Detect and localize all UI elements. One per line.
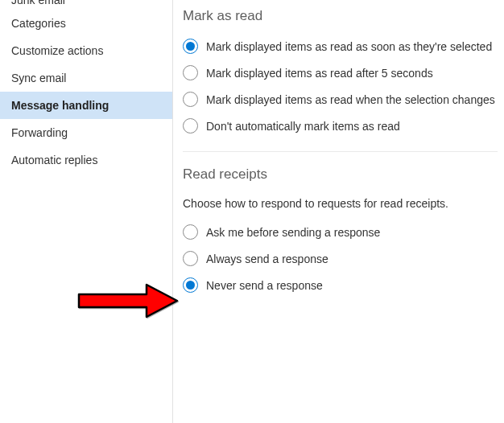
radio-label: Mark displayed items as read after 5 sec… (206, 67, 433, 80)
radio-icon (183, 92, 198, 107)
settings-layout: Junk email Categories Customize actions … (0, 0, 504, 423)
sidebar-item-label: Junk email (11, 0, 65, 6)
section-divider (183, 151, 498, 152)
sidebar-item-categories[interactable]: Categories (0, 10, 172, 37)
sidebar-item-label: Forwarding (11, 126, 68, 139)
radio-label: Don't automatically mark items as read (206, 120, 400, 133)
mark-as-read-group: Mark displayed items as read as soon as … (183, 39, 498, 133)
sidebar-item-message-handling[interactable]: Message handling (0, 92, 172, 119)
sidebar-item-label: Sync email (11, 72, 66, 84)
radio-icon (183, 224, 198, 240)
radio-icon (183, 251, 198, 266)
radio-icon (183, 39, 198, 54)
sidebar-item-customize-actions[interactable]: Customize actions (0, 37, 172, 64)
radio-icon (183, 277, 198, 293)
sidebar-item-label: Customize actions (11, 44, 103, 57)
radio-mark-selection-changes[interactable]: Mark displayed items as read when the se… (183, 92, 498, 107)
sidebar-item-sync-email[interactable]: Sync email (0, 64, 172, 92)
radio-label: Ask me before sending a response (206, 226, 380, 239)
radio-always-send[interactable]: Always send a response (183, 251, 498, 266)
sidebar-item-forwarding[interactable]: Forwarding (0, 119, 172, 146)
sidebar-item-label: Categories (11, 17, 66, 30)
radio-label: Never send a response (206, 279, 323, 292)
read-receipts-group: Ask me before sending a response Always … (183, 224, 498, 293)
radio-ask-before[interactable]: Ask me before sending a response (183, 224, 498, 240)
section-title-mark-as-read: Mark as read (183, 8, 498, 24)
radio-label: Mark displayed items as read as soon as … (206, 40, 492, 53)
section-title-read-receipts: Read receipts (183, 166, 498, 183)
radio-mark-selected[interactable]: Mark displayed items as read as soon as … (183, 39, 498, 54)
radio-mark-after-5s[interactable]: Mark displayed items as read after 5 sec… (183, 65, 498, 80)
settings-sidebar: Junk email Categories Customize actions … (0, 0, 173, 423)
radio-icon (183, 65, 198, 80)
sidebar-item-label: Automatic replies (11, 154, 97, 166)
radio-label: Mark displayed items as read when the se… (206, 93, 495, 106)
radio-dont-mark[interactable]: Don't automatically mark items as read (183, 118, 498, 133)
sidebar-item-automatic-replies[interactable]: Automatic replies (0, 146, 172, 174)
radio-label: Always send a response (206, 253, 328, 265)
radio-never-send[interactable]: Never send a response (183, 277, 498, 293)
read-receipts-helper: Choose how to respond to requests for re… (183, 197, 498, 210)
sidebar-item-junk-email[interactable]: Junk email (0, 0, 172, 10)
radio-icon (183, 118, 198, 133)
sidebar-item-label: Message handling (11, 99, 109, 112)
settings-main: Mark as read Mark displayed items as rea… (173, 0, 504, 423)
